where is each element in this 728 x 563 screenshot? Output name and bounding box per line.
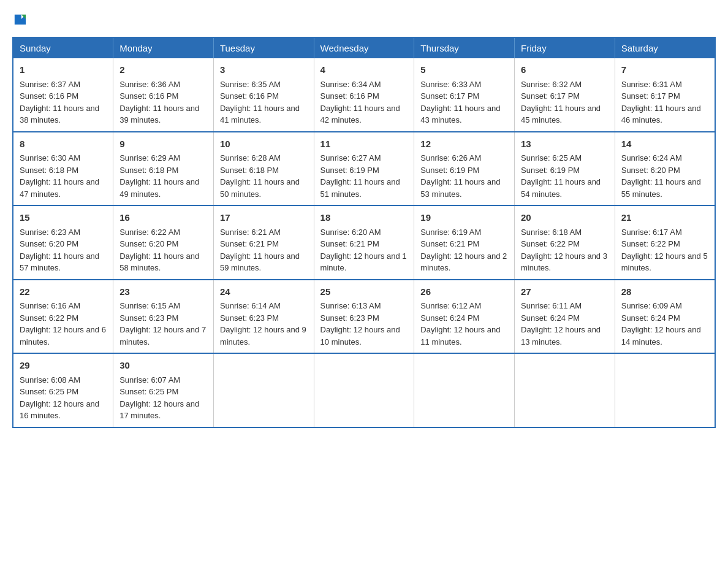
day-number: 13 (521, 137, 609, 151)
day-info: Sunrise: 6:37 AMSunset: 6:16 PMDaylight:… (20, 80, 99, 125)
calendar-cell: 5 Sunrise: 6:33 AMSunset: 6:17 PMDayligh… (414, 58, 515, 132)
day-header-saturday: Saturday (615, 37, 715, 58)
calendar-cell: 20 Sunrise: 6:18 AMSunset: 6:22 PMDaylig… (515, 205, 615, 280)
day-header-thursday: Thursday (414, 37, 515, 58)
day-info: Sunrise: 6:23 AMSunset: 6:20 PMDaylight:… (20, 228, 99, 273)
day-info: Sunrise: 6:12 AMSunset: 6:24 PMDaylight:… (420, 301, 500, 347)
day-info: Sunrise: 6:13 AMSunset: 6:23 PMDaylight:… (320, 301, 400, 347)
day-info: Sunrise: 6:34 AMSunset: 6:16 PMDaylight:… (320, 80, 400, 125)
calendar-cell: 29 Sunrise: 6:08 AMSunset: 6:25 PMDaylig… (13, 353, 113, 427)
day-info: Sunrise: 6:25 AMSunset: 6:19 PMDaylight:… (521, 153, 601, 199)
calendar-cell (213, 353, 314, 427)
calendar-cell: 14 Sunrise: 6:24 AMSunset: 6:20 PMDaylig… (615, 132, 715, 206)
day-number: 29 (20, 359, 107, 373)
day-number: 10 (220, 137, 308, 151)
day-info: Sunrise: 6:35 AMSunset: 6:16 PMDaylight:… (220, 80, 300, 125)
day-number: 7 (621, 63, 708, 77)
day-info: Sunrise: 6:31 AMSunset: 6:17 PMDaylight:… (621, 80, 701, 125)
day-number: 26 (420, 285, 508, 299)
calendar-cell: 10 Sunrise: 6:28 AMSunset: 6:18 PMDaylig… (213, 132, 314, 206)
page-header (12, 12, 716, 25)
calendar-cell: 3 Sunrise: 6:35 AMSunset: 6:16 PMDayligh… (213, 58, 314, 132)
day-header-tuesday: Tuesday (213, 37, 314, 58)
day-info: Sunrise: 6:11 AMSunset: 6:24 PMDaylight:… (521, 301, 601, 347)
calendar-cell: 17 Sunrise: 6:21 AMSunset: 6:21 PMDaylig… (213, 205, 314, 280)
day-info: Sunrise: 6:17 AMSunset: 6:22 PMDaylight:… (621, 228, 708, 273)
calendar-week-row: 15 Sunrise: 6:23 AMSunset: 6:20 PMDaylig… (13, 205, 715, 280)
day-number: 12 (420, 137, 508, 151)
day-info: Sunrise: 6:09 AMSunset: 6:24 PMDaylight:… (621, 301, 701, 347)
day-info: Sunrise: 6:22 AMSunset: 6:20 PMDaylight:… (119, 228, 199, 273)
calendar-cell: 13 Sunrise: 6:25 AMSunset: 6:19 PMDaylig… (515, 132, 615, 206)
day-number: 3 (220, 63, 308, 77)
calendar-cell (515, 353, 615, 427)
day-info: Sunrise: 6:32 AMSunset: 6:17 PMDaylight:… (521, 80, 601, 125)
day-number: 5 (420, 63, 508, 77)
day-number: 17 (220, 211, 308, 225)
day-info: Sunrise: 6:21 AMSunset: 6:21 PMDaylight:… (220, 228, 300, 273)
calendar-week-row: 8 Sunrise: 6:30 AMSunset: 6:18 PMDayligh… (13, 132, 715, 206)
calendar-cell: 15 Sunrise: 6:23 AMSunset: 6:20 PMDaylig… (13, 205, 113, 280)
calendar-week-row: 22 Sunrise: 6:16 AMSunset: 6:22 PMDaylig… (13, 280, 715, 354)
day-info: Sunrise: 6:30 AMSunset: 6:18 PMDaylight:… (20, 153, 99, 199)
calendar-week-row: 1 Sunrise: 6:37 AMSunset: 6:16 PMDayligh… (13, 58, 715, 132)
day-info: Sunrise: 6:20 AMSunset: 6:21 PMDaylight:… (320, 228, 407, 273)
calendar-cell: 30 Sunrise: 6:07 AMSunset: 6:25 PMDaylig… (113, 353, 214, 427)
calendar-cell: 19 Sunrise: 6:19 AMSunset: 6:21 PMDaylig… (414, 205, 515, 280)
day-number: 2 (119, 63, 207, 77)
day-header-monday: Monday (113, 37, 214, 58)
calendar-cell (414, 353, 515, 427)
logo (12, 12, 26, 25)
calendar-cell: 22 Sunrise: 6:16 AMSunset: 6:22 PMDaylig… (13, 280, 113, 354)
day-number: 15 (20, 211, 107, 225)
day-number: 8 (20, 137, 107, 151)
calendar-cell: 25 Sunrise: 6:13 AMSunset: 6:23 PMDaylig… (314, 280, 414, 354)
day-info: Sunrise: 6:36 AMSunset: 6:16 PMDaylight:… (119, 80, 199, 125)
calendar-cell: 23 Sunrise: 6:15 AMSunset: 6:23 PMDaylig… (113, 280, 214, 354)
day-info: Sunrise: 6:28 AMSunset: 6:18 PMDaylight:… (220, 153, 300, 199)
calendar-cell: 26 Sunrise: 6:12 AMSunset: 6:24 PMDaylig… (414, 280, 515, 354)
day-number: 20 (521, 211, 609, 225)
calendar-cell: 18 Sunrise: 6:20 AMSunset: 6:21 PMDaylig… (314, 205, 414, 280)
day-number: 4 (320, 63, 408, 77)
calendar-cell: 27 Sunrise: 6:11 AMSunset: 6:24 PMDaylig… (515, 280, 615, 354)
day-number: 9 (119, 137, 207, 151)
day-info: Sunrise: 6:19 AMSunset: 6:21 PMDaylight:… (420, 228, 507, 273)
day-info: Sunrise: 6:16 AMSunset: 6:22 PMDaylight:… (20, 301, 106, 347)
calendar-cell: 21 Sunrise: 6:17 AMSunset: 6:22 PMDaylig… (615, 205, 715, 280)
day-number: 25 (320, 285, 408, 299)
day-info: Sunrise: 6:24 AMSunset: 6:20 PMDaylight:… (621, 153, 701, 199)
calendar-cell: 16 Sunrise: 6:22 AMSunset: 6:20 PMDaylig… (113, 205, 214, 280)
day-number: 19 (420, 211, 508, 225)
day-header-sunday: Sunday (13, 37, 113, 58)
logo-arrow-icon (13, 12, 26, 25)
day-info: Sunrise: 6:26 AMSunset: 6:19 PMDaylight:… (420, 153, 500, 199)
calendar-cell: 1 Sunrise: 6:37 AMSunset: 6:16 PMDayligh… (13, 58, 113, 132)
calendar-cell: 9 Sunrise: 6:29 AMSunset: 6:18 PMDayligh… (113, 132, 214, 206)
day-header-wednesday: Wednesday (314, 37, 414, 58)
day-number: 27 (521, 285, 609, 299)
calendar-cell (615, 353, 715, 427)
calendar-cell: 28 Sunrise: 6:09 AMSunset: 6:24 PMDaylig… (615, 280, 715, 354)
day-number: 22 (20, 285, 107, 299)
day-info: Sunrise: 6:08 AMSunset: 6:25 PMDaylight:… (20, 375, 99, 421)
calendar-week-row: 29 Sunrise: 6:08 AMSunset: 6:25 PMDaylig… (13, 353, 715, 427)
day-number: 1 (20, 63, 107, 77)
day-info: Sunrise: 6:14 AMSunset: 6:23 PMDaylight:… (220, 301, 306, 347)
day-info: Sunrise: 6:33 AMSunset: 6:17 PMDaylight:… (420, 80, 500, 125)
day-info: Sunrise: 6:27 AMSunset: 6:19 PMDaylight:… (320, 153, 400, 199)
day-number: 24 (220, 285, 308, 299)
calendar-cell: 4 Sunrise: 6:34 AMSunset: 6:16 PMDayligh… (314, 58, 414, 132)
calendar-header-row: SundayMondayTuesdayWednesdayThursdayFrid… (13, 37, 715, 58)
calendar-cell: 2 Sunrise: 6:36 AMSunset: 6:16 PMDayligh… (113, 58, 214, 132)
day-info: Sunrise: 6:29 AMSunset: 6:18 PMDaylight:… (119, 153, 199, 199)
calendar-cell: 24 Sunrise: 6:14 AMSunset: 6:23 PMDaylig… (213, 280, 314, 354)
calendar-cell: 12 Sunrise: 6:26 AMSunset: 6:19 PMDaylig… (414, 132, 515, 206)
calendar-table: SundayMondayTuesdayWednesdayThursdayFrid… (12, 37, 716, 428)
day-number: 30 (119, 359, 207, 373)
calendar-cell: 8 Sunrise: 6:30 AMSunset: 6:18 PMDayligh… (13, 132, 113, 206)
calendar-cell: 11 Sunrise: 6:27 AMSunset: 6:19 PMDaylig… (314, 132, 414, 206)
calendar-cell: 7 Sunrise: 6:31 AMSunset: 6:17 PMDayligh… (615, 58, 715, 132)
day-info: Sunrise: 6:07 AMSunset: 6:25 PMDaylight:… (119, 375, 199, 421)
calendar-cell (314, 353, 414, 427)
